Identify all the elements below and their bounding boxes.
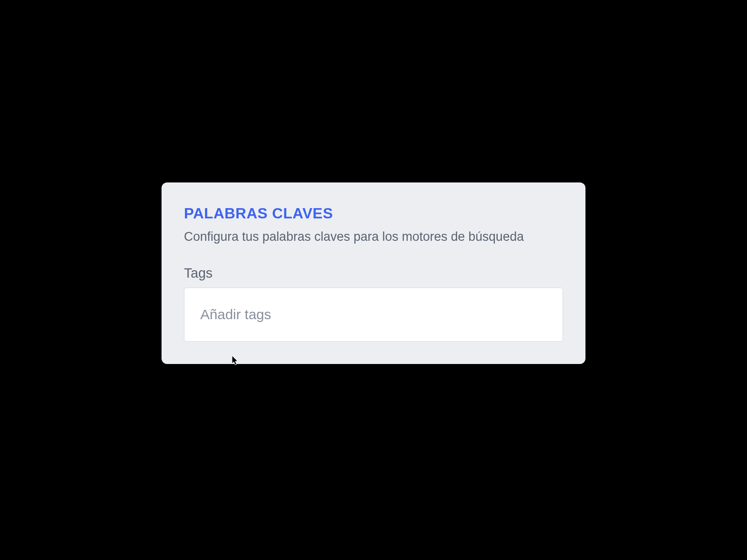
keywords-card: PALABRAS CLAVES Configura tus palabras c…: [162, 182, 585, 364]
card-title: PALABRAS CLAVES: [184, 205, 563, 222]
tags-input[interactable]: [184, 287, 563, 342]
tags-label: Tags: [184, 266, 563, 281]
card-subtitle: Configura tus palabras claves para los m…: [184, 229, 563, 245]
